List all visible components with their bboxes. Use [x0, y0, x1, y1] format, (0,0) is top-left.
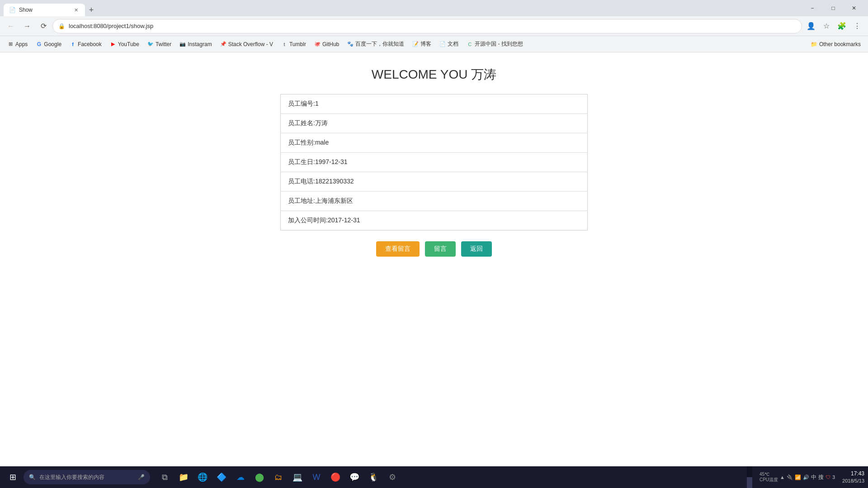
taskbar-app-folder2[interactable]: 🗂: [269, 468, 288, 486]
table-row: 员工电话:18221390332: [281, 172, 588, 192]
minimize-button[interactable]: −: [802, 0, 823, 16]
instagram-icon: 📷: [179, 41, 186, 47]
bookmark-baidu[interactable]: 🐾 百度一下，你就知道: [344, 38, 408, 50]
taskbar-clock[interactable]: 17:43 2018/5/13: [842, 470, 864, 484]
tab-title: Show: [19, 7, 33, 13]
microphone-icon: 🎤: [138, 474, 145, 480]
table-row: 员工生日:1997-12-31: [281, 153, 588, 172]
refresh-button[interactable]: ⟳: [36, 19, 51, 33]
field-join-date: 加入公司时间:2017-12-31: [281, 211, 588, 230]
system-tray: 45℃ CPU温度 ▲ 🔌 📶 🔊 中 搜 🛡 3: [756, 472, 839, 483]
bookmark-facebook[interactable]: f Facebook: [66, 39, 105, 49]
bookmark-instagram-label: Instagram: [188, 41, 212, 47]
bookmarks-bar: ⊞ Apps G Google f Facebook ▶ YouTube 🐦 T…: [0, 36, 868, 52]
url-text: localhost:8080/project1/show.jsp: [69, 23, 796, 29]
start-button[interactable]: ⊞: [4, 468, 22, 486]
table-row: 员工姓名:万涛: [281, 114, 588, 133]
window-controls: − □ ✕: [802, 0, 864, 16]
input-method-icon[interactable]: 中: [811, 474, 816, 481]
bookmark-github-label: GitHub: [322, 41, 339, 47]
bookmark-stackoverflow-label: Stack Overflow - V: [228, 41, 273, 47]
bookmark-blog[interactable]: 📝 博客: [409, 38, 435, 50]
address-bar[interactable]: 🔒 localhost:8080/project1/show.jsp: [52, 19, 802, 33]
youtube-icon: ▶: [110, 41, 116, 47]
blog-icon: 📝: [412, 41, 419, 47]
menu-button[interactable]: ⋮: [850, 19, 864, 33]
taskbar-app-idea[interactable]: 🔴: [326, 468, 344, 486]
taskbar-apps: ⧉ 📁 🌐 🔷 ☁ ⬤ 🗂 💻 W 🔴 💬 🐧 ⚙: [156, 468, 401, 486]
field-name: 员工姓名:万涛: [281, 114, 588, 133]
new-tab-button[interactable]: +: [85, 4, 98, 16]
stackoverflow-icon: 📌: [220, 41, 226, 47]
table-row: 员工编号:1: [281, 94, 588, 114]
bookmark-baidu-label: 百度一下，你就知道: [355, 40, 404, 48]
ime-icon[interactable]: 搜: [818, 474, 824, 481]
tab-page-icon: 📄: [9, 7, 15, 13]
bookmark-star-button[interactable]: ☆: [819, 19, 834, 33]
taskbar-search[interactable]: 🔍 在这里输入你要搜索的内容 🎤: [24, 470, 150, 484]
page-title: WELCOME YOU 万涛: [372, 66, 496, 83]
field-id: 员工编号:1: [281, 94, 588, 114]
taskbar-right: 45℃ CPU温度 ▲ 🔌 📶 🔊 中 搜 🛡 3 17:43 2018/5/1…: [747, 466, 864, 488]
taskbar: ⊞ 🔍 在这里输入你要搜索的内容 🎤 ⧉ 📁 🌐 🔷 ☁ ⬤ 🗂 💻 W 🔴 💬…: [0, 466, 868, 488]
bookmark-docs-label: 文档: [448, 40, 458, 48]
table-row: 加入公司时间:2017-12-31: [281, 211, 588, 230]
title-bar: 📄 Show ✕ + − □ ✕: [0, 0, 868, 16]
taskbar-app-vs[interactable]: 💻: [288, 468, 307, 486]
bookmark-apps[interactable]: ⊞ Apps: [4, 39, 31, 49]
facebook-icon: f: [70, 41, 76, 47]
taskbar-app-wechat[interactable]: 💬: [345, 468, 363, 486]
taskbar-app-qq[interactable]: 🐧: [364, 468, 382, 486]
oschina-icon: C: [467, 41, 473, 47]
bookmark-google[interactable]: G Google: [32, 39, 65, 49]
nav-right-buttons: 👤 ☆ 🧩 ⋮: [804, 19, 864, 33]
tab-area: 📄 Show ✕ +: [4, 0, 797, 16]
active-tab[interactable]: 📄 Show ✕: [4, 4, 85, 16]
bookmark-youtube[interactable]: ▶ YouTube: [106, 39, 143, 49]
taskbar-app-file-explorer[interactable]: 📁: [175, 468, 193, 486]
profile-button[interactable]: 👤: [804, 19, 818, 33]
up-arrow-icon[interactable]: ▲: [780, 474, 785, 480]
bookmark-twitter-label: Twitter: [156, 41, 171, 47]
bookmark-github[interactable]: 🐙 GitHub: [311, 39, 343, 49]
field-birthday: 员工生日:1997-12-31: [281, 153, 588, 172]
tab-close-button[interactable]: ✕: [72, 6, 80, 14]
google-icon: G: [36, 41, 42, 47]
action-buttons: 查看留言 留言 返回: [376, 241, 492, 257]
extensions-button[interactable]: 🧩: [835, 19, 849, 33]
taskbar-app-edge[interactable]: 🌐: [193, 468, 212, 486]
volume-icon: 🔊: [803, 474, 809, 480]
bookmark-youtube-label: YouTube: [118, 41, 139, 47]
taskbar-app-task-view[interactable]: ⧉: [156, 468, 174, 486]
bookmark-stackoverflow[interactable]: 📌 Stack Overflow - V: [217, 39, 277, 49]
lock-icon: 🔒: [58, 23, 65, 29]
bookmark-tumblr-label: Tumblr: [289, 41, 306, 47]
date-display: 2018/5/13: [842, 478, 864, 484]
back-button[interactable]: ←: [4, 19, 18, 33]
taskbar-app-chrome[interactable]: ⬤: [250, 468, 269, 486]
taskbar-app-word[interactable]: W: [307, 468, 326, 486]
view-comments-button[interactable]: 查看留言: [376, 241, 420, 257]
other-bookmarks-button[interactable]: 📁 Other bookmarks: [807, 39, 864, 49]
maximize-button[interactable]: □: [823, 0, 844, 16]
apps-icon: ⊞: [7, 41, 14, 47]
nav-bar: ← → ⟳ 🔒 localhost:8080/project1/show.jsp…: [0, 16, 868, 36]
bookmark-docs[interactable]: 📄 文档: [436, 38, 462, 50]
field-phone: 员工电话:18221390332: [281, 172, 588, 192]
num-lock-icon: 3: [832, 474, 835, 480]
close-button[interactable]: ✕: [844, 0, 864, 16]
comment-button[interactable]: 留言: [425, 241, 456, 257]
bookmark-blog-label: 博客: [420, 40, 431, 48]
bookmark-instagram[interactable]: 📷 Instagram: [176, 39, 215, 49]
twitter-icon: 🐦: [147, 41, 154, 47]
forward-button[interactable]: →: [20, 19, 34, 33]
back-button[interactable]: 返回: [461, 241, 492, 257]
taskbar-app-onedrive[interactable]: ☁: [231, 468, 250, 486]
taskbar-app-settings[interactable]: ⚙: [383, 468, 401, 486]
taskbar-app-ie[interactable]: 🔷: [212, 468, 231, 486]
bookmark-apps-label: Apps: [15, 41, 28, 47]
bookmark-tumblr[interactable]: t Tumblr: [278, 39, 310, 49]
cpu-temp-label: 45℃ CPU温度: [760, 472, 778, 483]
bookmark-twitter[interactable]: 🐦 Twitter: [144, 39, 175, 49]
bookmark-oschina[interactable]: C 开源中国 - 找到您想: [463, 38, 527, 50]
